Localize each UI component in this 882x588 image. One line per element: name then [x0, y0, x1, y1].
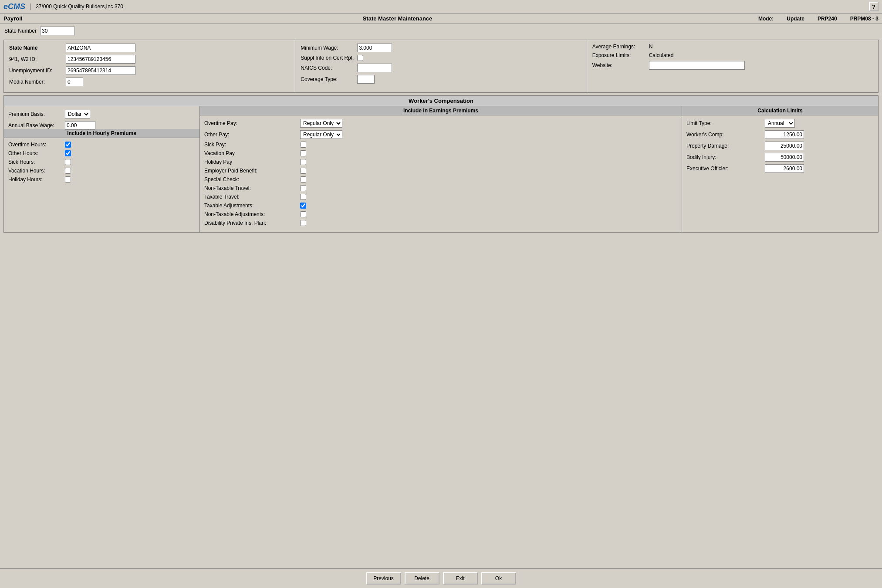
non-taxable-adj-label: Non-Taxable Adjustments:: [204, 211, 300, 217]
bodily-injury-input[interactable]: [765, 153, 804, 162]
sick-pay-checkbox[interactable]: [300, 142, 306, 148]
vacation-pay-row: Vacation Pay: [204, 150, 677, 156]
website-input[interactable]: [649, 61, 745, 70]
holiday-pay-row: Holiday Pay: [204, 159, 677, 165]
taxable-adj-label: Taxable Adjustments:: [204, 203, 300, 209]
module-name: Payroll: [3, 15, 91, 22]
limit-type-label: Limit Type:: [686, 120, 765, 126]
vacation-hours-row: Vacation Hours:: [8, 168, 195, 174]
state-name-input[interactable]: [66, 44, 135, 52]
sick-pay-label: Sick Pay:: [204, 142, 300, 148]
taxable-travel-label: Taxable Travel:: [204, 194, 300, 200]
top-col-1: State Name 941, W2 ID: Unemployment ID: …: [4, 40, 295, 92]
non-taxable-travel-row: Non-Taxable Travel:: [204, 185, 677, 191]
premium-basis-select[interactable]: Dollar Hour: [65, 110, 90, 118]
coverage-row: Coverage Type:: [301, 75, 581, 84]
naics-label: NAICS Code:: [301, 65, 357, 71]
workers-comp-section: Worker's Compensation Premium Basis: Dol…: [3, 95, 879, 233]
screen-title: State Master Maintenance: [91, 15, 704, 22]
other-hours-checkbox[interactable]: [65, 150, 71, 156]
sick-hours-label: Sick Hours:: [8, 159, 65, 165]
calc-limits-header: Calculation Limits: [682, 106, 878, 115]
media-row: Media Number:: [9, 78, 290, 86]
nav-bar: Payroll State Master Maintenance Mode: U…: [0, 14, 882, 24]
w2-label: 941, W2 ID:: [9, 56, 66, 62]
state-name-row: State Name: [9, 44, 290, 52]
holiday-hours-row: Holiday Hours:: [8, 176, 195, 182]
exposure-value: Calculated: [649, 52, 674, 58]
exec-officer-input[interactable]: [765, 164, 804, 173]
exec-officer-label: Executive Officier:: [686, 166, 765, 172]
suppl-checkbox[interactable]: [357, 55, 363, 61]
non-taxable-adj-checkbox[interactable]: [300, 211, 306, 217]
media-input[interactable]: [66, 78, 83, 86]
naics-row: NAICS Code:: [301, 64, 581, 72]
program-id: PRP240: [818, 16, 837, 22]
exposure-row: Exposure Limits: Calculated: [592, 52, 873, 58]
annual-base-input[interactable]: [65, 121, 95, 130]
previous-button[interactable]: Previous: [366, 572, 401, 585]
exit-button[interactable]: Exit: [443, 572, 478, 585]
top-col-2: Minimum Wage: Suppl Info on Cert Rpt: NA…: [295, 40, 587, 92]
taxable-adj-checkbox[interactable]: [300, 203, 306, 209]
naics-input[interactable]: [357, 64, 392, 72]
title-divider: |: [30, 3, 31, 10]
unemployment-input[interactable]: [66, 66, 135, 75]
delete-button[interactable]: Delete: [405, 572, 439, 585]
non-taxable-travel-checkbox[interactable]: [300, 185, 306, 191]
holiday-hours-label: Holiday Hours:: [8, 176, 65, 182]
taxable-travel-checkbox[interactable]: [300, 194, 306, 200]
sick-hours-checkbox[interactable]: [65, 159, 71, 165]
workers-comp-amount-row: Worker's Comp:: [686, 130, 874, 139]
disability-checkbox[interactable]: [300, 220, 306, 226]
property-damage-input[interactable]: [765, 142, 804, 150]
employer-paid-row: Employer Paid Benefit:: [204, 168, 677, 174]
premium-basis-row: Premium Basis: Dollar Hour: [8, 110, 195, 118]
ecms-logo: eCMS: [3, 2, 25, 11]
min-wage-input[interactable]: [357, 44, 392, 52]
media-label: Media Number:: [9, 79, 66, 85]
coverage-input[interactable]: [357, 75, 375, 84]
w2-input[interactable]: [66, 55, 135, 64]
wc-body: Premium Basis: Dollar Hour Annual Base W…: [4, 106, 878, 232]
annual-base-label: Annual Base Wage:: [8, 122, 65, 128]
coverage-label: Coverage Type:: [301, 76, 357, 82]
vacation-hours-checkbox[interactable]: [65, 168, 71, 174]
bodily-injury-label: Bodily Injury:: [686, 154, 765, 160]
min-wage-label: Minimum Wage:: [301, 45, 357, 51]
ok-button[interactable]: Ok: [481, 572, 516, 585]
screen-id: PRPM08 - 3: [850, 16, 879, 22]
unemployment-label: Unemployment ID:: [9, 68, 66, 74]
property-damage-row: Property Damage:: [686, 142, 874, 150]
disability-label: Disability Private Ins. Plan:: [204, 220, 300, 226]
other-pay-select[interactable]: Regular Only All None: [300, 130, 342, 139]
help-button[interactable]: ?: [869, 2, 879, 11]
wc-col-1: Premium Basis: Dollar Hour Annual Base W…: [4, 106, 200, 232]
state-number-input[interactable]: [40, 27, 75, 35]
vacation-pay-label: Vacation Pay: [204, 150, 300, 156]
holiday-pay-checkbox[interactable]: [300, 159, 306, 165]
avg-earnings-label: Average Earnings:: [592, 44, 649, 50]
exposure-label: Exposure Limits:: [592, 52, 649, 58]
special-check-checkbox[interactable]: [300, 176, 306, 182]
other-hours-label: Other Hours:: [8, 150, 65, 156]
special-check-label: Special Check:: [204, 176, 300, 182]
suppl-row: Suppl Info on Cert Rpt:: [301, 55, 581, 61]
overtime-pay-select[interactable]: Regular Only All None: [300, 119, 342, 128]
overtime-hours-checkbox[interactable]: [65, 142, 71, 148]
employer-paid-checkbox[interactable]: [300, 168, 306, 174]
sick-hours-row: Sick Hours:: [8, 159, 195, 165]
vacation-pay-checkbox[interactable]: [300, 150, 306, 156]
mode-label: Mode:: [758, 16, 774, 22]
company-info: 37/000 Quick Quality Builders,Inc 370: [36, 3, 123, 10]
workers-comp-amount-label: Worker's Comp:: [686, 132, 765, 138]
suppl-label: Suppl Info on Cert Rpt:: [301, 55, 357, 61]
workers-comp-amount-input[interactable]: [765, 130, 804, 139]
disability-row: Disability Private Ins. Plan:: [204, 220, 677, 226]
mode-value: Update: [787, 16, 804, 22]
limit-type-select[interactable]: Annual Monthly Weekly: [765, 119, 795, 128]
special-check-row: Special Check:: [204, 176, 677, 182]
other-hours-row: Other Hours:: [8, 150, 195, 156]
holiday-hours-checkbox[interactable]: [65, 176, 71, 182]
overtime-hours-label: Overtime Hours:: [8, 142, 65, 148]
